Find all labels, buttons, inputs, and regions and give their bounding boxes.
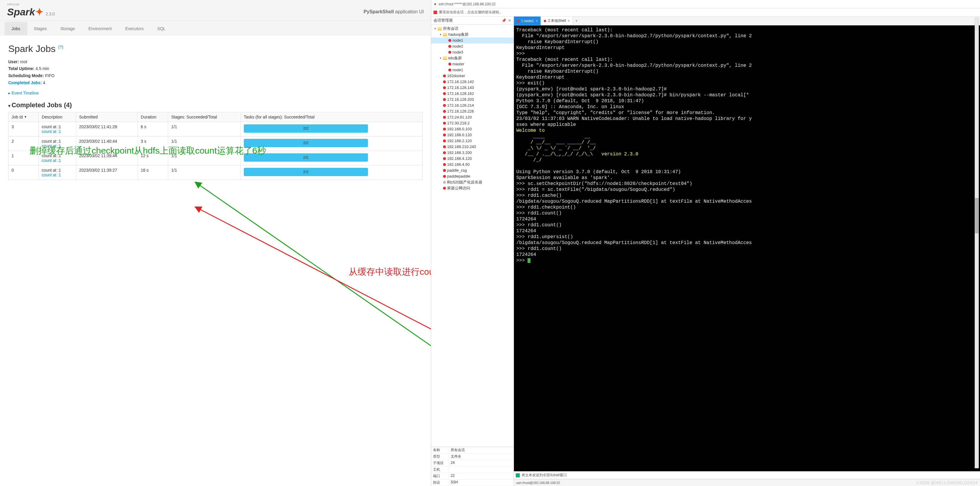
tree-label: node1 xyxy=(452,67,463,73)
close-icon[interactable]: ✕ xyxy=(508,18,511,23)
progress-bar: 2/2 xyxy=(244,153,368,162)
tree-host[interactable]: 172.30.218.2 xyxy=(431,120,514,126)
spark-ui-pane: APACHE Spark✦ 2.3.0 PySparkShell applica… xyxy=(0,0,431,486)
nav-tab-stages[interactable]: Stages xyxy=(27,22,54,35)
meta-user-v: root xyxy=(19,59,27,64)
tree-host[interactable]: paddlepaddle xyxy=(431,173,514,179)
help-link[interactable]: (?) xyxy=(58,44,63,49)
host-icon xyxy=(443,128,446,130)
scrollbar-thumb[interactable] xyxy=(975,198,978,233)
col-header[interactable]: Description xyxy=(38,112,76,122)
tree-folder[interactable]: ▾k8s集群 xyxy=(431,55,514,61)
tree-host[interactable]: 172.16.128.214 xyxy=(431,103,514,108)
host-icon xyxy=(443,116,446,119)
pin-icon[interactable]: 📌 xyxy=(501,18,506,23)
tree-host[interactable]: 172.16.128.203 xyxy=(431,97,514,103)
tree-host[interactable]: 192.168.0.120 xyxy=(431,132,514,138)
job-desc-link[interactable]: count at :1 xyxy=(42,173,61,177)
terminal[interactable]: Traceback (most recent call last): File … xyxy=(514,25,980,471)
table-row: 1count at :1count at :12023/03/02 11:39:… xyxy=(9,151,423,165)
col-header[interactable]: Duration xyxy=(138,112,168,122)
tree-host[interactable]: 192.168.4.50 xyxy=(431,162,514,168)
jobs-table-head-row: Job Id ▼DescriptionSubmittedDurationStag… xyxy=(9,112,423,122)
col-header[interactable]: Stages: Succeeded/Total xyxy=(168,112,240,122)
terminal-tab[interactable]: 1 node1× xyxy=(514,17,541,25)
host-icon xyxy=(443,151,446,154)
tree-host[interactable]: 家庭公网访问 xyxy=(431,185,514,191)
tree-host[interactable]: 192.168.2.120 xyxy=(431,138,514,144)
tree-host[interactable]: node3 xyxy=(431,49,514,55)
xshell-tip-text: 要添加当前会话，点击左侧的箭头按钮。 xyxy=(439,10,503,15)
tree-host[interactable]: 192.168.4.120 xyxy=(431,156,514,162)
nav-tab-jobs[interactable]: Jobs xyxy=(5,22,27,35)
job-stages: 1/1 xyxy=(168,122,240,136)
prop-val: 文件夹 xyxy=(449,454,514,460)
flag-icon xyxy=(434,11,437,14)
col-header[interactable]: Tasks (for all stages): Succeeded/Total xyxy=(240,112,422,122)
job-desc-link[interactable]: count at :1 xyxy=(42,144,61,148)
job-desc-link[interactable]: count at :1 xyxy=(42,129,61,134)
tree-host[interactable]: 192.168.210.243 xyxy=(431,144,514,150)
prop-val xyxy=(449,467,514,473)
job-id: 1 xyxy=(9,151,39,165)
job-submitted: 2023/03/02 11:39:27 xyxy=(76,165,137,179)
tree-host[interactable]: 192.168.3.200 xyxy=(431,150,514,156)
nav-tab-sql[interactable]: SQL xyxy=(150,22,172,35)
nav-tab-storage[interactable]: Storage xyxy=(54,22,81,35)
tree-host[interactable]: 172.16.128.142 xyxy=(431,79,514,85)
tree-host[interactable]: 192.168.0.103 xyxy=(431,126,514,132)
add-tab-button[interactable]: + xyxy=(573,17,580,25)
tree-host[interactable]: 172.16.128.162 xyxy=(431,91,514,97)
host-icon xyxy=(448,45,451,48)
session-tree[interactable]: ▾所有会话▾hadoop集群node1node2node3▾k8s集群maste… xyxy=(431,24,514,447)
tree-host[interactable]: node1 xyxy=(431,67,514,73)
tree-label: 172.16.128.226 xyxy=(447,109,474,114)
tree-host[interactable]: 172.24.81.120 xyxy=(431,114,514,120)
page-title-text: Spark Jobs xyxy=(8,43,58,54)
nav-tab-environment[interactable]: Environment xyxy=(81,22,119,35)
event-timeline-toggle[interactable]: Event Timeline xyxy=(8,91,423,95)
tree-host[interactable]: master xyxy=(431,61,514,67)
tree-host[interactable]: 刚c520固产化设名器 xyxy=(431,179,514,185)
job-submitted: 2023/03/02 11:40:44 xyxy=(76,136,137,151)
meta-mode-k: Scheduling Mode: xyxy=(8,73,44,78)
terminal-tab[interactable]: 2 本地Shell× xyxy=(541,17,573,25)
tree-folder[interactable]: ▾hadoop集群 xyxy=(431,32,514,38)
host-icon xyxy=(448,68,451,71)
scrollbar[interactable] xyxy=(975,18,979,468)
xshell-main: 会话管理器 📌 ✕ ▾所有会话▾hadoop集群node1node2node3▾… xyxy=(431,17,980,486)
job-stages: 1/1 xyxy=(168,165,240,179)
spark-version: 2.3.0 xyxy=(46,11,55,16)
status-bar: ssh://root@192.168.88.100:22 CSDN @HELLO… xyxy=(514,479,980,486)
xshell-window-title: ★ ssh://root:******@192.168.88.100:22 xyxy=(431,0,980,8)
tree-label: hadoop集群 xyxy=(448,32,469,37)
folder-icon xyxy=(443,56,447,60)
session-properties: 名称所有会话类型文件夹子项目24主机端口22协议SSH xyxy=(431,447,514,486)
tree-label: 192.168.4.50 xyxy=(447,162,469,167)
job-desc-link[interactable]: count at :1 xyxy=(42,158,61,163)
col-header[interactable]: Job Id ▼ xyxy=(9,112,39,122)
send-bar[interactable]: 将文本发送到全部Xshell窗口 xyxy=(514,471,980,479)
xshell-pane: ★ ssh://root:******@192.168.88.100:22 要添… xyxy=(431,0,980,486)
tree-label: 家庭公网访问 xyxy=(447,186,470,191)
progress-bar: 2/2 xyxy=(244,168,368,176)
tree-host[interactable]: 172.16.128.226 xyxy=(431,108,514,114)
tree-host[interactable]: node2 xyxy=(431,43,514,49)
app-title: PySparkShell application UI xyxy=(364,9,424,14)
meta-completed-k[interactable]: Completed Jobs: xyxy=(8,80,42,85)
completed-jobs-header[interactable]: Completed Jobs (4) xyxy=(8,101,423,109)
host-icon xyxy=(443,104,446,107)
nav-tab-executors[interactable]: Executors xyxy=(119,22,150,35)
tree-host[interactable]: node1 xyxy=(431,38,514,43)
tree-host[interactable]: 172.16.128.143 xyxy=(431,85,514,91)
tree-label: node1 xyxy=(452,38,463,43)
table-row: 0count at :1count at :12023/03/02 11:39:… xyxy=(9,165,423,179)
tree-folder[interactable]: ▾所有会话 xyxy=(431,26,514,32)
meta-completed-v: 4 xyxy=(42,80,46,85)
close-tab-icon[interactable]: × xyxy=(568,19,570,23)
meta-uptime-v: 4.5 min xyxy=(34,66,49,71)
col-header[interactable]: Submitted xyxy=(76,112,137,122)
tree-host[interactable]: paddle_csg xyxy=(431,168,514,173)
tree-host[interactable]: 162docker xyxy=(431,73,514,79)
close-tab-icon[interactable]: × xyxy=(536,19,538,23)
